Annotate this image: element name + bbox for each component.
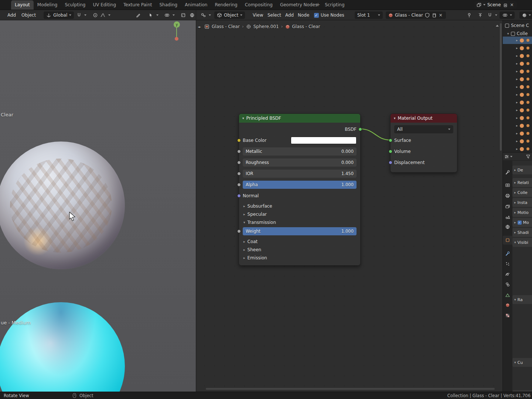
output-target-dropdown[interactable]: All [394, 125, 453, 133]
properties-tab-texture[interactable] [503, 311, 512, 320]
overlay-toggle-dropdown[interactable] [499, 11, 515, 19]
properties-tab-constraints[interactable] [503, 280, 512, 289]
workspace-tab-compositing[interactable]: Compositing [241, 0, 276, 10]
region-collapse-icon[interactable] [496, 25, 499, 27]
outliner-row-sphere[interactable]: ▸ [503, 130, 532, 137]
breadcrumb-material[interactable]: Glass - Clear [212, 24, 240, 29]
pin-icon[interactable] [466, 11, 473, 19]
ior-socket[interactable] [237, 172, 241, 175]
properties-tab-material[interactable] [503, 301, 512, 310]
expand-icon[interactable]: ▸ [243, 204, 245, 208]
browse-scene-icon[interactable] [477, 3, 481, 7]
expand-icon[interactable]: ▸ [516, 69, 518, 73]
editor-type-icon[interactable] [200, 11, 207, 19]
fake-user-shield-icon[interactable] [425, 13, 430, 18]
bsdf-socket[interactable] [358, 127, 362, 131]
properties-panel-cu[interactable]: ▾Cu [512, 358, 532, 367]
shader-node-menu[interactable]: Node [296, 11, 311, 19]
unlink-material-icon[interactable]: × [438, 13, 443, 18]
3d-viewport[interactable]: Clear ue - Medium y [0, 20, 196, 392]
expand-icon[interactable]: ▸ [516, 147, 518, 151]
expand-icon[interactable]: ▸ [516, 62, 518, 65]
base-color-swatch[interactable] [291, 137, 357, 144]
axis-gizmo-y[interactable]: y [174, 21, 180, 28]
properties-tab-object[interactable] [503, 236, 512, 245]
vertical-scrollbar[interactable] [500, 23, 502, 151]
outliner-panel[interactable]: Scene C ▾ Colle ▸▸▸▸▸▸▸▸▸▸▸▸▸▸▸▸ [502, 20, 532, 152]
bsdf-section-subsurface[interactable]: ▸Subsurface [243, 202, 357, 210]
breadcrumb-active-material[interactable]: Glass - Clear [292, 24, 320, 29]
properties-panel-colle[interactable]: ▸Colle [512, 188, 532, 197]
outliner-row-sphere[interactable]: ▸ [503, 99, 532, 106]
expand-icon[interactable]: ▸ [516, 85, 518, 89]
properties-panel-motio[interactable]: ▸Motio [512, 208, 532, 217]
transform-orientation-dropdown[interactable]: Global [44, 11, 74, 19]
material-slot-dropdown[interactable]: Slot 1 [355, 11, 383, 19]
properties-tab-particles[interactable] [503, 259, 512, 268]
outliner-row-sphere[interactable]: ▸ [503, 83, 532, 91]
select-dropdown-icon[interactable] [154, 11, 161, 19]
outliner-row-sphere[interactable]: ▸ [503, 137, 532, 145]
viewport-object-menu[interactable]: Object [19, 11, 38, 19]
collapse-icon[interactable]: ▾ [394, 116, 396, 120]
select-tool-icon[interactable] [147, 11, 154, 19]
weight-socket[interactable] [237, 229, 241, 233]
properties-panel-relati[interactable]: ▸Relati [512, 178, 532, 187]
go-to-parent-icon[interactable] [477, 11, 484, 19]
expand-icon[interactable]: ▸ [516, 116, 518, 120]
scene-name[interactable]: Scene [487, 2, 501, 7]
overlays-dropdown-icon[interactable] [170, 11, 177, 19]
collapse-icon[interactable]: ▾ [242, 116, 244, 120]
expand-icon[interactable]: ▸ [516, 38, 518, 42]
viewport-add-menu[interactable]: Add [5, 11, 18, 19]
workspace-tab-sculpting[interactable]: Sculpting [61, 0, 89, 10]
surface-socket[interactable] [389, 139, 392, 142]
shader-add-menu[interactable]: Add [283, 11, 296, 19]
funnel-icon[interactable] [526, 154, 531, 159]
editor-type-dropdown-icon[interactable] [206, 11, 214, 19]
shader-type-dropdown[interactable]: Object [214, 11, 245, 19]
principled-node-header[interactable]: ▾ Principled BSDF [239, 114, 360, 123]
outliner-row-sphere[interactable]: ▸ [503, 145, 532, 152]
new-scene-icon[interactable] [503, 3, 508, 7]
expand-icon[interactable]: ▾ [507, 32, 509, 35]
slider-roughness[interactable]: Roughness0.000 [243, 158, 357, 167]
displacement-socket[interactable] [389, 161, 392, 164]
viewport-shading-icon[interactable] [188, 11, 196, 19]
expand-icon[interactable]: ▸ [516, 46, 518, 50]
outliner-row-sphere[interactable]: ▸ [503, 91, 532, 98]
expand-icon[interactable]: ▸ [516, 93, 518, 96]
properties-filter-icon[interactable] [504, 154, 509, 159]
node-material-output[interactable]: ▾ Material Output AllSurfaceVolumeDispla… [390, 113, 457, 173]
properties-tab-view-layer[interactable] [503, 202, 512, 211]
workspace-tab-rendering[interactable]: Rendering [211, 0, 241, 10]
properties-panel-ra[interactable]: ▾Ra [512, 295, 532, 304]
workspace-tab-geometry-nodes[interactable]: Geometry Nodes [276, 0, 321, 10]
workspace-tab-modeling[interactable]: Modeling [34, 0, 61, 10]
outliner-row-sphere[interactable]: ▸ [503, 106, 532, 114]
expand-icon[interactable]: ▸ [516, 139, 518, 143]
outliner-row-sphere[interactable]: ▸ [503, 44, 532, 52]
axis-gizmo-ball[interactable] [175, 37, 178, 41]
properties-panel-visibi[interactable]: ▾Visibi [512, 238, 532, 247]
expand-icon[interactable]: ▸ [243, 212, 245, 216]
volume-socket[interactable] [389, 150, 392, 153]
slider-ior[interactable]: IOR1.450 [243, 170, 357, 178]
outliner-row-collection[interactable]: ▾ Colle [503, 30, 532, 37]
expand-icon[interactable]: ▸ [243, 240, 245, 243]
shading-preview-dropdown[interactable] [519, 11, 532, 19]
bsdf-section-emission[interactable]: ▸Emission [243, 254, 357, 262]
scene-selector[interactable]: Scene × [474, 1, 517, 8]
output-node-header[interactable]: ▾ Material Output [391, 114, 457, 123]
properties-tab-modifiers[interactable] [503, 249, 512, 258]
expand-icon[interactable]: ▸ [516, 77, 518, 81]
outliner-row-sphere[interactable]: ▸ [503, 75, 532, 83]
shader-editor[interactable]: ◂▸ Glass - Clear › Sphere.001 › Glass - … [196, 20, 502, 392]
slider-metallic[interactable]: Metallic0.000 [243, 147, 357, 156]
outliner-row-sphere[interactable]: ▸ [503, 68, 532, 75]
normal-socket[interactable] [237, 194, 241, 198]
expand-icon[interactable]: ▸ [516, 108, 518, 112]
bsdf-section-sheen[interactable]: ▸Sheen [243, 246, 357, 253]
overlays-icon[interactable] [163, 11, 171, 19]
horizontal-scrollbar[interactable] [206, 388, 495, 390]
